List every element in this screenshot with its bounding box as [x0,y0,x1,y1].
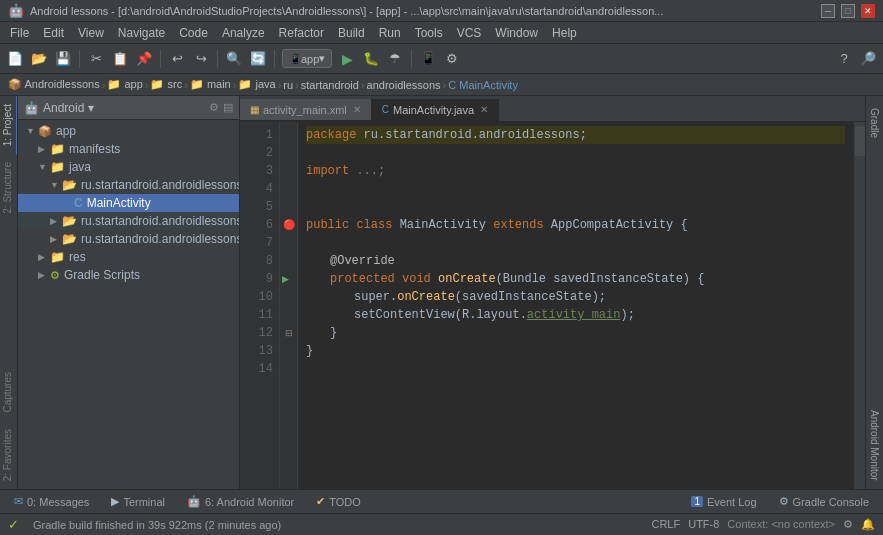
toolbar-help-btn[interactable]: ? [833,48,855,70]
code-area[interactable]: package ru.startandroid.androidlessons; … [298,122,853,489]
breadcrumb-androidlessons[interactable]: androidlessons [367,79,441,91]
minimize-button[interactable]: ─ [821,4,835,18]
bottom-tab-terminal[interactable]: ▶ Terminal [101,492,175,512]
breadcrumb-app[interactable]: 📁 app [107,78,142,91]
tab-mainactivity[interactable]: C MainActivity.java ✕ [372,99,499,121]
menu-edit[interactable]: Edit [37,24,70,42]
sidebar-tab-project[interactable]: 1: Project [0,96,18,154]
editor-scroll-indicator[interactable] [853,122,865,489]
app-module-icon: 📦 [38,125,52,138]
coverage-button[interactable]: ☂ [384,48,406,70]
menu-run[interactable]: Run [373,24,407,42]
tree-package-test[interactable]: ▶ 📂 ru.startandroid.androidlessons (test… [18,230,239,248]
debug-marker-6: 🔴 [280,216,297,234]
sidebar-tab-favorites[interactable]: 2: Favorites [0,421,18,489]
breadcrumb-src[interactable]: 📁 src [150,78,182,91]
menu-help[interactable]: Help [546,24,583,42]
toolbar-paste-btn[interactable]: 📌 [133,48,155,70]
toolbar-new-btn[interactable]: 📄 [4,48,26,70]
menu-code[interactable]: Code [173,24,214,42]
sidebar-tab-captures[interactable]: Captures [0,364,18,421]
toolbar-search-btn[interactable]: 🔍 [223,48,245,70]
tree-package-androidtest[interactable]: ▶ 📂 ru.startandroid.androidlessons (andr… [18,212,239,230]
notification-icon[interactable]: 🔔 [861,518,875,531]
toolbar-sep-4 [274,50,275,68]
tree-app[interactable]: ▼ 📦 app [18,122,239,140]
menu-analyze[interactable]: Analyze [216,24,271,42]
settings-icon[interactable]: ⚙ [209,101,219,114]
bottom-tab-todo[interactable]: ✔ TODO [306,492,371,512]
tab-close-mainactivity[interactable]: ✕ [480,104,488,115]
breadcrumb-java[interactable]: 📁 java [238,78,275,91]
fold-marker-12[interactable]: ⊟ [280,324,297,342]
toolbar-replace-btn[interactable]: 🔄 [247,48,269,70]
close-button[interactable]: ✕ [861,4,875,18]
project-panel: 🤖 Android ▾ ⚙ ▤ ▼ 📦 app ▶ 📁 manifests ▼ … [18,96,240,489]
bottom-tab-android-monitor[interactable]: 🤖 6: Android Monitor [177,492,304,512]
code-line-11: setContentView(R.layout.activity_main); [306,306,845,324]
breadcrumb-startandroid[interactable]: startandroid [301,79,359,91]
bottom-tab-messages[interactable]: ✉ 0: Messages [4,492,99,512]
menu-tools[interactable]: Tools [409,24,449,42]
toolbar-open-btn[interactable]: 📂 [28,48,50,70]
android-monitor-icon: 🤖 [187,495,201,508]
bottom-tab-gradle-console[interactable]: ⚙ Gradle Console [769,492,879,512]
tree-res[interactable]: ▶ 📁 res [18,248,239,266]
breadcrumb-androidlessons[interactable]: 📦 Androidlessons [8,78,100,91]
toolbar-redo-btn[interactable]: ↪ [190,48,212,70]
breadcrumb-mainactivity[interactable]: C MainActivity [448,79,518,91]
tree-package-main[interactable]: ▼ 📂 ru.startandroid.androidlessons [18,176,239,194]
breadcrumb-ru[interactable]: ru [283,79,293,91]
toolbar-undo-btn[interactable]: ↩ [166,48,188,70]
collapse-icon[interactable]: ▤ [223,101,233,114]
menu-window[interactable]: Window [489,24,544,42]
toolbar-copy-btn[interactable]: 📋 [109,48,131,70]
breadcrumb-main[interactable]: 📁 main [190,78,231,91]
toolbar-sep-3 [217,50,218,68]
android-monitor-label: 6: Android Monitor [205,496,294,508]
bottom-tab-event-log[interactable]: 1 Event Log [681,492,766,512]
run-button[interactable]: ▶ [336,48,358,70]
line-num-6: 6 [240,216,273,234]
menu-build[interactable]: Build [332,24,371,42]
tree-label-mainactivity: MainActivity [87,196,151,210]
menu-refactor[interactable]: Refactor [273,24,330,42]
tree-java[interactable]: ▼ 📁 java [18,158,239,176]
status-bar: ✓ Gradle build finished in 39s 922ms (2 … [0,513,883,535]
menu-file[interactable]: File [4,24,35,42]
line-ending[interactable]: CRLF [651,518,680,531]
main-layout: 1: Project 2: Structure Captures 2: Favo… [0,96,883,489]
line-numbers: 1 2 3 4 5 6 7 8 9 10 11 12 13 14 [240,122,280,489]
project-view-dropdown[interactable]: Android ▾ [43,101,94,115]
menu-view[interactable]: View [72,24,110,42]
menu-vcs[interactable]: VCS [451,24,488,42]
tab-close-activity-main[interactable]: ✕ [353,104,361,115]
tab-activity-main[interactable]: ▦ activity_main.xml ✕ [240,99,372,121]
messages-label: 0: Messages [27,496,89,508]
toolbar-save-btn[interactable]: 💾 [52,48,74,70]
tree-manifests[interactable]: ▶ 📁 manifests [18,140,239,158]
encoding[interactable]: UTF-8 [688,518,719,531]
maximize-button[interactable]: □ [841,4,855,18]
debug-button[interactable]: 🐛 [360,48,382,70]
sidebar-tab-structure[interactable]: 2: Structure [0,154,18,222]
gradle-side-tab[interactable]: Gradle [866,100,883,146]
tree-gradle-scripts[interactable]: ▶ ⚙ Gradle Scripts [18,266,239,284]
android-monitor-side-tab[interactable]: Android Monitor [866,402,883,489]
folder-icon-2: 📁 [150,78,164,90]
folder-java-icon: 📁 [50,160,65,174]
line-num-4: 4 [240,180,273,198]
toolbar-search-everywhere[interactable]: 🔎 [857,48,879,70]
terminal-label: Terminal [123,496,165,508]
code-line-3: import ...; [306,162,845,180]
menu-navigate[interactable]: Navigate [112,24,171,42]
event-log-icon: 1 [691,496,703,507]
app-icon: 🤖 [8,3,24,18]
toolbar-cut-btn[interactable]: ✂ [85,48,107,70]
settings-status-icon[interactable]: ⚙ [843,518,853,531]
toolbar-avd-btn[interactable]: 📱 [417,48,439,70]
run-config-dropdown[interactable]: 📱 app ▾ [282,49,332,68]
tree-mainactivity[interactable]: ▶ C MainActivity [18,194,239,212]
toolbar-sdk-btn[interactable]: ⚙ [441,48,463,70]
folder-icon-4: 📁 [238,78,252,90]
